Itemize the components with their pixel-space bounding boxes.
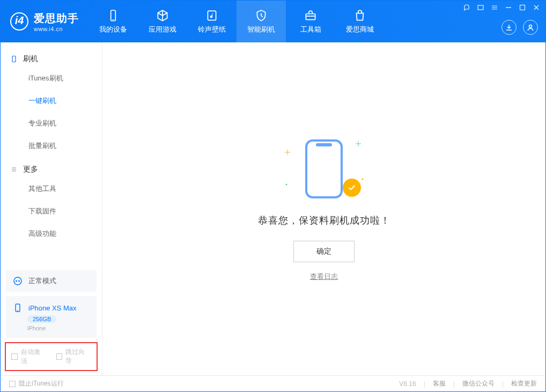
mode-box[interactable]: 正常模式 — [6, 270, 97, 292]
footer: 阻止iTunes运行 V8.16 | 客服 | 微信公众号 | 检查更新 — [1, 375, 545, 391]
section-label: 更多 — [23, 165, 38, 174]
tab-label: 铃声壁纸 — [198, 25, 226, 34]
tab-my-device[interactable]: 我的设备 — [88, 1, 138, 42]
svg-point-10 — [18, 280, 20, 282]
svg-rect-3 — [306, 14, 315, 20]
close-icon[interactable] — [533, 4, 540, 11]
checkbox-icon — [56, 353, 63, 360]
app-url: www.i4.cn — [34, 26, 79, 32]
sidebar-section-flash: 刷机 — [1, 47, 102, 67]
app-name: 爱思助手 — [34, 11, 79, 26]
svg-rect-5 — [520, 5, 525, 10]
sidebar-item-download-firmware[interactable]: 下载固件 — [1, 200, 102, 223]
options-row: 自动激活 跳过向导 — [5, 342, 98, 371]
device-icon — [106, 9, 120, 23]
device-type: iPhone — [27, 325, 46, 331]
checkbox-block-itunes[interactable]: 阻止iTunes运行 — [9, 379, 64, 388]
sidebar-item-other-tools[interactable]: 其他工具 — [1, 177, 102, 200]
logo-text: 爱思助手 www.i4.cn — [34, 11, 79, 32]
device-name: iPhone XS Max — [28, 304, 77, 312]
separator: | — [424, 380, 425, 388]
minimize-icon[interactable] — [505, 4, 512, 11]
device-icon — [12, 302, 23, 313]
tab-store[interactable]: 爱思商城 — [335, 1, 385, 42]
tab-apps-games[interactable]: 应用游戏 — [138, 1, 187, 42]
shield-icon — [254, 9, 268, 23]
maximize-icon[interactable] — [519, 4, 526, 11]
body: 刷机 iTunes刷机 一键刷机 专业刷机 批量刷机 更多 其他工具 下载固件 … — [1, 42, 545, 375]
footer-right: V8.16 | 客服 | 微信公众号 | 检查更新 — [399, 379, 537, 388]
checkbox-skip-guide[interactable]: 跳过向导 — [56, 347, 92, 366]
success-illustration — [284, 137, 364, 201]
header-right — [501, 20, 538, 35]
svg-rect-4 — [478, 5, 483, 10]
tab-label: 智能刷机 — [247, 25, 275, 34]
sparkle-icon — [284, 180, 289, 185]
section-label: 刷机 — [23, 54, 38, 64]
feedback-icon[interactable] — [463, 4, 470, 11]
device-row: iPhone XS Max — [12, 302, 77, 313]
svg-rect-7 — [12, 56, 16, 62]
tab-smart-flash[interactable]: 智能刷机 — [237, 1, 286, 42]
version-label: V8.16 — [399, 380, 416, 388]
separator: | — [502, 380, 504, 388]
sparkle-icon — [285, 147, 290, 153]
tab-label: 爱思商城 — [346, 25, 374, 34]
checkbox-label: 阻止iTunes运行 — [19, 379, 64, 388]
sidebar-bottom: 正常模式 iPhone XS Max 256GB iPhone 自动激活 — [1, 266, 102, 375]
sidebar-scroll: 刷机 iTunes刷机 一键刷机 专业刷机 批量刷机 更多 其他工具 下载固件 … — [1, 42, 102, 266]
mode-label: 正常模式 — [28, 276, 56, 286]
main-tabs: 我的设备 应用游戏 铃声壁纸 智能刷机 工具箱 爱思商城 — [88, 1, 385, 42]
skin-icon[interactable] — [477, 4, 484, 11]
checkbox-auto-activate[interactable]: 自动激活 — [11, 347, 47, 366]
device-box[interactable]: iPhone XS Max 256GB iPhone — [6, 296, 97, 338]
sidebar-item-onekey-flash[interactable]: 一键刷机 — [1, 90, 102, 112]
svg-point-6 — [529, 25, 532, 28]
music-icon — [205, 9, 219, 23]
svg-rect-0 — [111, 10, 116, 21]
logo: i4 爱思助手 www.i4.cn — [1, 1, 88, 42]
cube-icon — [156, 9, 169, 23]
view-log-link[interactable]: 查看日志 — [310, 272, 338, 282]
tab-label: 应用游戏 — [149, 25, 176, 34]
menu-icon[interactable] — [491, 4, 498, 11]
sidebar-section-more: 更多 — [1, 157, 102, 177]
svg-rect-1 — [112, 19, 114, 20]
checkbox-icon — [11, 353, 18, 360]
svg-rect-12 — [17, 310, 18, 311]
svg-point-14 — [362, 178, 364, 180]
sidebar-item-itunes-flash[interactable]: iTunes刷机 — [1, 67, 102, 90]
toolbox-icon — [304, 9, 318, 23]
ok-button[interactable]: 确定 — [293, 241, 355, 262]
download-icon[interactable] — [501, 20, 517, 35]
svg-point-13 — [286, 183, 287, 185]
sidebar-item-batch-flash[interactable]: 批量刷机 — [1, 135, 102, 157]
main-content: 恭喜您，保资料刷机成功啦！ 确定 查看日志 — [102, 42, 545, 375]
sidebar: 刷机 iTunes刷机 一键刷机 专业刷机 批量刷机 更多 其他工具 下载固件 … — [1, 42, 102, 375]
sidebar-item-advanced[interactable]: 高级功能 — [1, 223, 102, 245]
success-message: 恭喜您，保资料刷机成功啦！ — [258, 214, 390, 227]
phone-illustration — [305, 139, 343, 198]
window-controls — [463, 4, 540, 11]
separator: | — [453, 380, 455, 388]
app-window: i4 爱思助手 www.i4.cn 我的设备 应用游戏 铃声壁纸 智能刷机 — [0, 0, 546, 392]
tab-toolbox[interactable]: 工具箱 — [286, 1, 335, 42]
list-icon — [10, 166, 18, 173]
sparkle-icon — [356, 139, 361, 144]
phone-icon — [10, 55, 18, 63]
checkbox-icon — [9, 381, 16, 387]
bag-icon — [353, 9, 367, 23]
check-badge-icon — [343, 179, 361, 197]
tab-ringtones-wallpapers[interactable]: 铃声壁纸 — [187, 1, 237, 42]
svg-point-8 — [14, 277, 21, 285]
checkbox-label: 跳过向导 — [65, 347, 91, 366]
user-icon[interactable] — [523, 20, 538, 35]
update-link[interactable]: 检查更新 — [511, 379, 537, 388]
header: i4 爱思助手 www.i4.cn 我的设备 应用游戏 铃声壁纸 智能刷机 — [1, 1, 545, 42]
sidebar-item-pro-flash[interactable]: 专业刷机 — [1, 112, 102, 135]
logo-icon: i4 — [10, 12, 28, 31]
tab-label: 我的设备 — [99, 25, 127, 34]
device-capacity: 256GB — [27, 315, 56, 323]
wechat-link[interactable]: 微信公众号 — [462, 379, 495, 388]
support-link[interactable]: 客服 — [433, 379, 446, 388]
